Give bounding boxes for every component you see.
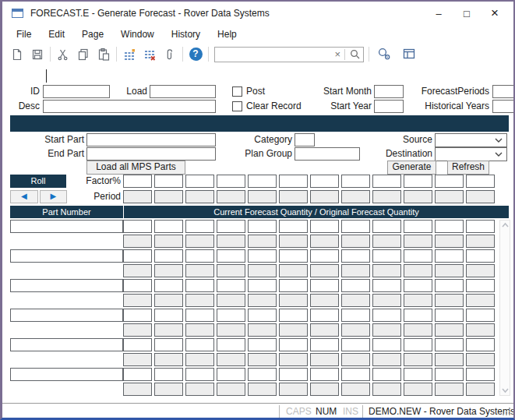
scroll-down-icon[interactable] (501, 387, 510, 394)
current-quantity-cell[interactable] (154, 249, 183, 263)
clear-search-icon[interactable]: × (332, 48, 343, 62)
factor-cell[interactable] (435, 175, 464, 188)
search-input[interactable] (215, 48, 332, 61)
factor-cell[interactable] (466, 175, 495, 188)
current-quantity-cell[interactable] (217, 338, 245, 351)
current-quantity-cell[interactable] (154, 220, 183, 233)
current-quantity-cell[interactable] (248, 338, 277, 351)
maximize-button[interactable]: □ (453, 2, 481, 25)
current-quantity-cell[interactable] (372, 309, 401, 322)
current-quantity-cell[interactable] (123, 249, 152, 263)
current-quantity-cell[interactable] (123, 309, 152, 322)
plan-group-field[interactable] (295, 147, 360, 161)
current-quantity-cell[interactable] (279, 279, 308, 292)
current-quantity-cell[interactable] (372, 220, 401, 233)
current-quantity-cell[interactable] (435, 338, 464, 351)
refresh-button[interactable]: Refresh (447, 161, 489, 175)
new-document-icon[interactable] (7, 45, 27, 63)
current-quantity-cell[interactable] (123, 220, 152, 233)
menu-item-window[interactable]: Window (112, 25, 163, 44)
part-number-input[interactable] (10, 338, 123, 351)
current-quantity-cell[interactable] (217, 368, 245, 381)
generate-button[interactable]: Generate (387, 161, 436, 175)
current-quantity-cell[interactable] (435, 368, 464, 381)
search-icon[interactable] (347, 48, 363, 60)
factor-cell[interactable] (341, 175, 370, 188)
lookup-icon[interactable] (374, 45, 394, 63)
current-quantity-cell[interactable] (310, 220, 339, 233)
current-quantity-cell[interactable] (372, 368, 401, 381)
historical-years-field[interactable] (492, 100, 514, 113)
current-quantity-cell[interactable] (279, 249, 308, 263)
current-quantity-cell[interactable] (185, 368, 214, 381)
factor-cell[interactable] (217, 175, 245, 188)
factor-cell[interactable] (404, 175, 432, 188)
close-button[interactable]: × (481, 2, 509, 25)
current-quantity-cell[interactable] (466, 368, 495, 381)
current-quantity-cell[interactable] (279, 309, 308, 322)
current-quantity-cell[interactable] (279, 220, 308, 233)
current-quantity-cell[interactable] (185, 338, 214, 351)
menu-item-help[interactable]: Help (209, 25, 245, 44)
desc-field[interactable] (43, 100, 216, 113)
cut-icon[interactable] (53, 45, 73, 63)
current-quantity-cell[interactable] (341, 309, 370, 322)
current-quantity-cell[interactable] (185, 309, 214, 322)
current-quantity-cell[interactable] (372, 279, 401, 292)
current-quantity-cell[interactable] (466, 220, 495, 233)
factor-cell[interactable] (123, 175, 152, 188)
category-field[interactable] (295, 133, 315, 146)
current-quantity-cell[interactable] (248, 220, 277, 233)
load-field[interactable] (150, 85, 216, 98)
current-quantity-cell[interactable] (217, 309, 245, 322)
current-quantity-cell[interactable] (404, 249, 432, 263)
current-quantity-cell[interactable] (248, 249, 277, 263)
save-icon[interactable] (27, 45, 48, 63)
current-quantity-cell[interactable] (185, 279, 214, 292)
part-number-input[interactable] (10, 309, 123, 322)
current-quantity-cell[interactable] (466, 249, 495, 263)
current-quantity-cell[interactable] (154, 368, 183, 381)
current-quantity-cell[interactable] (217, 249, 245, 263)
current-quantity-cell[interactable] (341, 338, 370, 351)
current-quantity-cell[interactable] (123, 338, 152, 351)
current-quantity-cell[interactable] (435, 220, 464, 233)
current-quantity-cell[interactable] (435, 249, 464, 263)
vertical-scrollbar[interactable] (499, 220, 510, 396)
current-quantity-cell[interactable] (185, 220, 214, 233)
attachment-icon[interactable] (160, 45, 180, 63)
current-quantity-cell[interactable] (217, 279, 245, 292)
current-quantity-cell[interactable] (310, 368, 339, 381)
copy-icon[interactable] (73, 45, 93, 63)
delete-row-icon[interactable] (139, 45, 160, 63)
load-all-mps-parts-button[interactable]: Load all MPS Parts (86, 161, 185, 175)
part-number-input[interactable] (10, 279, 123, 292)
current-quantity-cell[interactable] (154, 279, 183, 292)
part-number-input[interactable] (10, 220, 123, 233)
help-icon[interactable]: ? (185, 45, 206, 63)
current-quantity-cell[interactable] (217, 220, 245, 233)
factor-cell[interactable] (279, 175, 308, 188)
resize-grip[interactable] (502, 407, 511, 416)
menu-item-history[interactable]: History (163, 25, 209, 44)
destination-dropdown[interactable] (435, 147, 507, 161)
current-quantity-cell[interactable] (310, 309, 339, 322)
roll-right-button[interactable]: ▶ (40, 190, 68, 203)
factor-cell[interactable] (185, 175, 214, 188)
start-part-field[interactable] (86, 133, 216, 146)
current-quantity-cell[interactable] (341, 368, 370, 381)
current-quantity-cell[interactable] (404, 368, 432, 381)
current-quantity-cell[interactable] (154, 338, 183, 351)
current-quantity-cell[interactable] (435, 279, 464, 292)
source-dropdown[interactable] (435, 133, 507, 147)
part-number-input[interactable] (10, 368, 123, 381)
current-quantity-cell[interactable] (435, 309, 464, 322)
current-quantity-cell[interactable] (248, 309, 277, 322)
current-quantity-cell[interactable] (466, 338, 495, 351)
menu-item-file[interactable]: File (8, 25, 40, 44)
current-quantity-cell[interactable] (466, 279, 495, 292)
current-quantity-cell[interactable] (404, 220, 432, 233)
current-quantity-cell[interactable] (123, 279, 152, 292)
current-quantity-cell[interactable] (123, 368, 152, 381)
factor-cell[interactable] (248, 175, 277, 188)
